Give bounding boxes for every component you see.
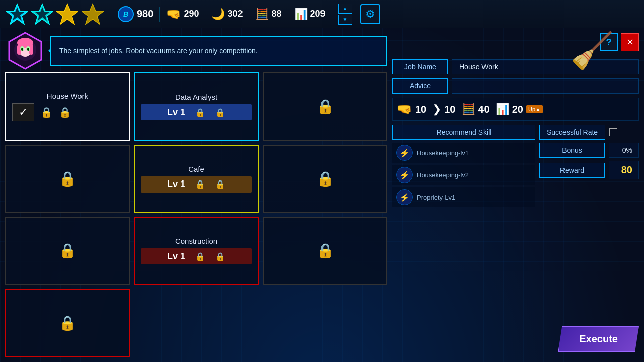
job-cell-construction[interactable]: Construction Lv 1 🔒 🔒 (134, 217, 259, 285)
star2-icon (31, 3, 53, 25)
success-rate-label: Successful Rate (539, 125, 605, 140)
main-content: The simplest of jobs. Robot vacuums are … (0, 28, 644, 362)
calc-stat: 🧮 88 (255, 8, 281, 21)
level-text-dataanalyst: Lv 1 (167, 107, 185, 118)
skill1-name: Housekeeping-lv1 (417, 149, 469, 157)
success-rate-line: Successful Rate (539, 125, 639, 140)
hand-icon: 🤜 (166, 7, 181, 21)
chart-icon: 📊 (294, 8, 308, 21)
execute-button[interactable]: Execute (558, 326, 639, 352)
divider3 (249, 7, 249, 22)
job-cell-cafe[interactable]: Cafe Lv 1 🔒 🔒 (134, 145, 259, 213)
lock1: 🔒 (40, 106, 53, 118)
stat-calc-pair: 🧮 40 (462, 103, 490, 116)
skill3-icon: ⚡ (396, 189, 413, 205)
bonus-line: Bonus 0% (539, 143, 639, 158)
job-cell-locked4: 🔒 (5, 217, 130, 285)
skill1-icon: ⚡ (396, 145, 413, 161)
svg-marker-5 (82, 4, 104, 24)
lock-da-1: 🔒 (195, 108, 205, 117)
hand-value: 290 (184, 9, 199, 19)
dialogue-text: The simplest of jobs. Robot vacuums are … (59, 47, 258, 55)
lock-da-2: 🔒 (215, 108, 225, 117)
b-value: 980 (137, 8, 153, 20)
moon-value: 302 (227, 9, 243, 19)
stats-detail-row: 🤜 10 ❯ 10 🧮 40 📊 20 Up▲ (392, 98, 639, 121)
job-cell-locked3: 🔒 (263, 145, 387, 213)
top-bar: B 980 🤜 290 🌙 302 🧮 88 📊 209 (0, 0, 644, 28)
star1-icon (6, 3, 28, 25)
advice-value (452, 78, 639, 94)
left-panel: The simplest of jobs. Robot vacuums are … (5, 33, 387, 357)
job-name-housework: House Work (47, 92, 88, 100)
arrow-down-button[interactable]: ▼ (338, 15, 352, 25)
job-name-dataanalyst: Data Analyst (175, 93, 217, 101)
level-bar-dataanalyst: Lv 1 🔒 🔒 (141, 104, 252, 120)
moon-icon: 🌙 (211, 8, 225, 21)
level-text-cafe: Lv 1 (167, 179, 185, 190)
level-bar-construction: Lv 1 🔒 🔒 (141, 248, 252, 264)
level-bar-cafe: Lv 1 🔒 🔒 (141, 176, 252, 193)
lock-big-1: 🔒 (316, 98, 334, 115)
job-name-cafe: Cafe (188, 165, 204, 173)
stat-moon-pair: ❯ 10 (432, 103, 455, 116)
svg-point-15 (27, 48, 29, 51)
stat-calc-value: 40 (478, 104, 490, 115)
lock-cafe-2: 🔒 (215, 179, 225, 189)
skill-row-3: ⚡ Propriety-Lv1 (392, 187, 535, 207)
recommend-section: Recommend Skill ⚡ Housekeeping-lv1 ⚡ Hou… (392, 125, 535, 207)
lock-big-3: 🔒 (316, 170, 334, 187)
lock-big-2: 🔒 (59, 170, 76, 187)
svg-marker-4 (56, 4, 78, 24)
avatar (5, 31, 45, 71)
execute-container: Execute (392, 326, 639, 357)
lock-con-2: 🔒 (215, 252, 225, 261)
stat-hand-value: 10 (415, 104, 426, 115)
job-name-construction: Construction (175, 237, 217, 245)
divider4 (288, 7, 288, 22)
svg-point-14 (21, 48, 23, 51)
hand-detail-icon: 🤜 (397, 102, 412, 116)
lock-con-1: 🔒 (195, 252, 205, 261)
stat-chart-pair: 📊 20 Up▲ (496, 103, 543, 116)
skill3-name: Propriety-Lv1 (417, 194, 455, 201)
check-icon: ✓ (12, 103, 34, 121)
job-cell-dataanalyst[interactable]: Data Analyst Lv 1 🔒 🔒 (134, 72, 259, 141)
reward-value: 80 (609, 161, 639, 179)
job-cell-locked6: 🔒 (5, 289, 130, 357)
right-panel: ? ✕ 🧹 Job Name House Work Advice 🤜 10 (392, 33, 639, 357)
divider5 (332, 7, 332, 22)
vacuum-illustration: 🧹 (570, 33, 614, 68)
arrow-group: ▲ ▼ (338, 4, 352, 25)
arrow-up-button[interactable]: ▲ (338, 4, 352, 14)
job-grid: House Work ✓ 🔒 🔒 Data Analyst Lv 1 🔒 🔒 (5, 72, 387, 357)
lock-cafe-1: 🔒 (195, 179, 205, 189)
bonus-value: 0% (609, 143, 639, 158)
rate-section: Successful Rate Bonus 0% Reward 80 (539, 125, 639, 179)
lock-big-4: 🔒 (59, 242, 76, 259)
success-rate-checkbox (609, 128, 617, 136)
calc-detail-icon: 🧮 (462, 103, 475, 116)
b-currency: B 980 (118, 6, 153, 22)
job-cell-housework[interactable]: House Work ✓ 🔒 🔒 (5, 72, 130, 141)
stat-chart-value: 20 (512, 104, 523, 115)
stars-group (6, 3, 104, 25)
settings-button[interactable]: ⚙ (360, 4, 380, 24)
job-cell-locked2: 🔒 (5, 145, 130, 213)
skill-row-1: ⚡ Housekeeping-lv1 (392, 143, 535, 163)
job-cell-locked1: 🔒 (263, 72, 387, 141)
b-icon: B (118, 6, 134, 22)
skill2-icon: ⚡ (396, 167, 413, 183)
skill2-name: Housekeeping-lv2 (417, 171, 469, 179)
up-badge: Up▲ (526, 105, 543, 113)
moon-stat: 🌙 302 (211, 8, 243, 21)
calc-icon: 🧮 (255, 8, 269, 21)
job-name-label: Job Name (392, 59, 448, 74)
reward-label: Reward (539, 163, 605, 178)
calc-value: 88 (271, 9, 281, 19)
char-info-row: The simplest of jobs. Robot vacuums are … (5, 33, 387, 68)
chart-detail-icon: 📊 (496, 103, 509, 116)
skills-section: Recommend Skill ⚡ Housekeeping-lv1 ⚡ Hou… (392, 125, 639, 207)
close-button[interactable]: ✕ (621, 33, 639, 51)
advice-row: Advice (392, 78, 639, 94)
